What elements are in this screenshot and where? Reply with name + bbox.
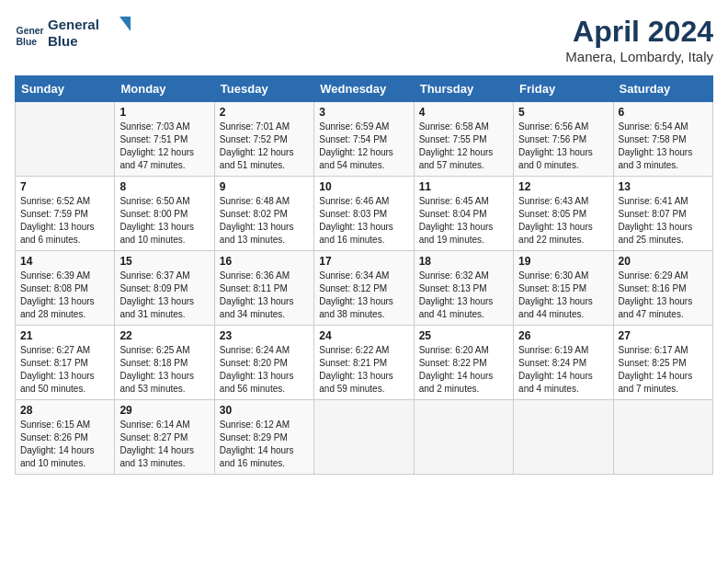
- day-number: 20: [619, 255, 708, 268]
- day-info: Sunrise: 6:24 AMSunset: 8:20 PMDaylight:…: [220, 344, 309, 396]
- day-info: Sunrise: 6:54 AMSunset: 7:58 PMDaylight:…: [619, 121, 708, 172]
- calendar-cell: 1Sunrise: 7:03 AMSunset: 7:51 PMDaylight…: [115, 102, 214, 177]
- page-header: General Blue General Blue April 2024 Man…: [15, 15, 713, 64]
- day-info: Sunrise: 6:34 AMSunset: 8:12 PMDaylight:…: [319, 270, 408, 321]
- location: Manera, Lombardy, Italy: [565, 49, 713, 64]
- calendar-cell: 17Sunrise: 6:34 AMSunset: 8:12 PMDayligh…: [314, 251, 414, 326]
- day-info: Sunrise: 6:41 AMSunset: 8:07 PMDaylight:…: [619, 195, 708, 247]
- calendar-cell: 16Sunrise: 6:36 AMSunset: 8:11 PMDayligh…: [214, 251, 313, 326]
- logo-text: General Blue: [48, 15, 135, 57]
- week-row-1: 1Sunrise: 7:03 AMSunset: 7:51 PMDaylight…: [16, 102, 713, 177]
- calendar-cell: [514, 400, 613, 475]
- calendar-cell: 4Sunrise: 6:58 AMSunset: 7:55 PMDaylight…: [414, 102, 513, 177]
- calendar-cell: 15Sunrise: 6:37 AMSunset: 8:09 PMDayligh…: [115, 251, 214, 326]
- day-number: 3: [319, 106, 408, 119]
- weekday-header-sunday: Sunday: [16, 76, 115, 102]
- svg-text:Blue: Blue: [48, 33, 78, 49]
- day-info: Sunrise: 6:25 AMSunset: 8:18 PMDaylight:…: [119, 344, 209, 396]
- day-number: 13: [619, 180, 708, 193]
- day-info: Sunrise: 6:50 AMSunset: 8:00 PMDaylight:…: [119, 195, 209, 247]
- calendar-cell: [314, 400, 414, 475]
- day-number: 21: [20, 329, 109, 342]
- calendar-cell: 25Sunrise: 6:20 AMSunset: 8:22 PMDayligh…: [414, 326, 513, 400]
- day-info: Sunrise: 6:27 AMSunset: 8:17 PMDaylight:…: [20, 344, 109, 396]
- day-info: Sunrise: 6:12 AMSunset: 8:29 PMDaylight:…: [220, 419, 309, 470]
- day-number: 10: [319, 180, 408, 193]
- day-number: 18: [419, 255, 508, 268]
- day-number: 25: [419, 329, 508, 342]
- day-number: 16: [220, 255, 309, 268]
- day-number: 7: [20, 180, 109, 193]
- day-info: Sunrise: 6:29 AMSunset: 8:16 PMDaylight:…: [619, 270, 708, 321]
- day-info: Sunrise: 6:56 AMSunset: 7:56 PMDaylight:…: [518, 121, 608, 172]
- day-number: 26: [518, 329, 608, 342]
- day-number: 24: [319, 329, 408, 342]
- calendar-cell: 22Sunrise: 6:25 AMSunset: 8:18 PMDayligh…: [115, 326, 214, 400]
- weekday-header-monday: Monday: [115, 76, 214, 102]
- calendar-cell: 10Sunrise: 6:46 AMSunset: 8:03 PMDayligh…: [314, 177, 414, 251]
- calendar-cell: [16, 102, 115, 177]
- day-info: Sunrise: 6:52 AMSunset: 7:59 PMDaylight:…: [20, 195, 109, 247]
- week-row-3: 14Sunrise: 6:39 AMSunset: 8:08 PMDayligh…: [16, 251, 713, 326]
- weekday-header-saturday: Saturday: [613, 76, 712, 102]
- weekday-header-tuesday: Tuesday: [214, 76, 313, 102]
- calendar-cell: 5Sunrise: 6:56 AMSunset: 7:56 PMDaylight…: [514, 102, 613, 177]
- title-section: April 2024 Manera, Lombardy, Italy: [565, 15, 713, 64]
- day-info: Sunrise: 6:46 AMSunset: 8:03 PMDaylight:…: [319, 195, 408, 247]
- week-row-2: 7Sunrise: 6:52 AMSunset: 7:59 PMDaylight…: [16, 177, 713, 251]
- day-info: Sunrise: 6:17 AMSunset: 8:25 PMDaylight:…: [619, 344, 708, 396]
- calendar-cell: 12Sunrise: 6:43 AMSunset: 8:05 PMDayligh…: [514, 177, 613, 251]
- day-number: 17: [319, 255, 408, 268]
- weekday-header-wednesday: Wednesday: [314, 76, 414, 102]
- day-number: 8: [119, 180, 209, 193]
- day-info: Sunrise: 6:58 AMSunset: 7:55 PMDaylight:…: [419, 121, 508, 172]
- calendar-cell: 13Sunrise: 6:41 AMSunset: 8:07 PMDayligh…: [613, 177, 712, 251]
- calendar-cell: 20Sunrise: 6:29 AMSunset: 8:16 PMDayligh…: [613, 251, 712, 326]
- calendar-cell: 26Sunrise: 6:19 AMSunset: 8:24 PMDayligh…: [514, 326, 613, 400]
- svg-text:Blue: Blue: [17, 37, 38, 47]
- day-info: Sunrise: 6:19 AMSunset: 8:24 PMDaylight:…: [518, 344, 608, 396]
- day-info: Sunrise: 6:20 AMSunset: 8:22 PMDaylight:…: [419, 344, 508, 396]
- day-info: Sunrise: 6:14 AMSunset: 8:27 PMDaylight:…: [119, 419, 209, 470]
- day-number: 29: [119, 404, 209, 417]
- day-number: 28: [20, 404, 109, 417]
- day-number: 15: [119, 255, 209, 268]
- calendar-cell: 29Sunrise: 6:14 AMSunset: 8:27 PMDayligh…: [115, 400, 214, 475]
- day-info: Sunrise: 6:48 AMSunset: 8:02 PMDaylight:…: [220, 195, 309, 247]
- calendar-cell: 7Sunrise: 6:52 AMSunset: 7:59 PMDaylight…: [16, 177, 115, 251]
- calendar-cell: [414, 400, 513, 475]
- svg-marker-6: [119, 17, 131, 31]
- day-info: Sunrise: 6:45 AMSunset: 8:04 PMDaylight:…: [419, 195, 508, 247]
- day-number: 12: [518, 180, 608, 193]
- calendar-cell: 30Sunrise: 6:12 AMSunset: 8:29 PMDayligh…: [214, 400, 313, 475]
- day-number: 30: [220, 404, 309, 417]
- day-number: 11: [419, 180, 508, 193]
- calendar-cell: 3Sunrise: 6:59 AMSunset: 7:54 PMDaylight…: [314, 102, 414, 177]
- day-number: 5: [518, 106, 608, 119]
- calendar-cell: [613, 400, 712, 475]
- day-info: Sunrise: 6:32 AMSunset: 8:13 PMDaylight:…: [419, 270, 508, 321]
- day-number: 22: [119, 329, 209, 342]
- svg-text:General: General: [17, 26, 44, 36]
- day-info: Sunrise: 6:15 AMSunset: 8:26 PMDaylight:…: [20, 419, 109, 470]
- calendar-cell: 11Sunrise: 6:45 AMSunset: 8:04 PMDayligh…: [414, 177, 513, 251]
- day-info: Sunrise: 7:03 AMSunset: 7:51 PMDaylight:…: [119, 121, 209, 172]
- calendar-table: SundayMondayTuesdayWednesdayThursdayFrid…: [15, 75, 713, 475]
- weekday-header-row: SundayMondayTuesdayWednesdayThursdayFrid…: [16, 76, 713, 102]
- calendar-cell: 28Sunrise: 6:15 AMSunset: 8:26 PMDayligh…: [16, 400, 115, 475]
- day-info: Sunrise: 6:37 AMSunset: 8:09 PMDaylight:…: [119, 270, 209, 321]
- day-info: Sunrise: 6:43 AMSunset: 8:05 PMDaylight:…: [518, 195, 608, 247]
- calendar-cell: 24Sunrise: 6:22 AMSunset: 8:21 PMDayligh…: [314, 326, 414, 400]
- day-info: Sunrise: 6:39 AMSunset: 8:08 PMDaylight:…: [20, 270, 109, 321]
- month-title: April 2024: [565, 15, 713, 49]
- week-row-5: 28Sunrise: 6:15 AMSunset: 8:26 PMDayligh…: [16, 400, 713, 475]
- weekday-header-thursday: Thursday: [414, 76, 513, 102]
- day-info: Sunrise: 6:30 AMSunset: 8:15 PMDaylight:…: [518, 270, 608, 321]
- day-number: 6: [619, 106, 708, 119]
- day-info: Sunrise: 6:59 AMSunset: 7:54 PMDaylight:…: [319, 121, 408, 172]
- day-number: 19: [518, 255, 608, 268]
- day-number: 27: [619, 329, 708, 342]
- weekday-header-friday: Friday: [514, 76, 613, 102]
- day-info: Sunrise: 6:22 AMSunset: 8:21 PMDaylight:…: [319, 344, 408, 396]
- day-info: Sunrise: 7:01 AMSunset: 7:52 PMDaylight:…: [220, 121, 309, 172]
